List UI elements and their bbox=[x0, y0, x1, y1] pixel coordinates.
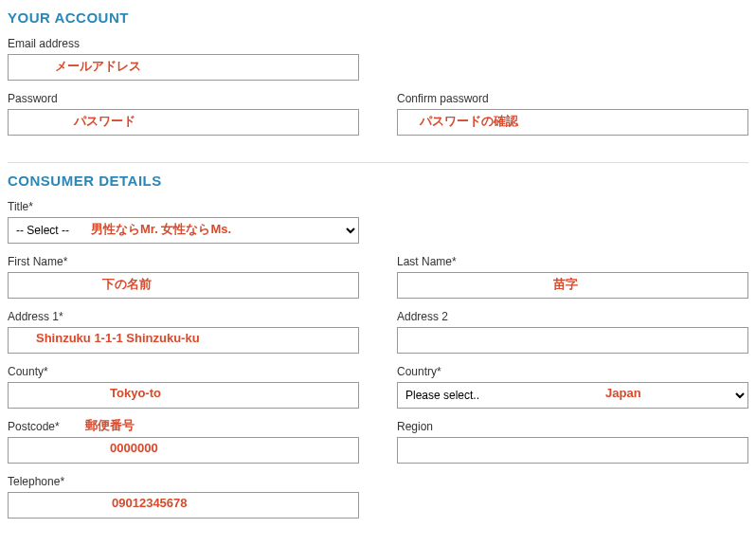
confirm-password-field-wrapper: Confirm password パスワードの確認 bbox=[397, 92, 748, 136]
county-input[interactable] bbox=[8, 382, 359, 409]
address1-field-wrapper: Address 1* Shinzuku 1-1-1 Shinzuku-ku bbox=[8, 310, 359, 354]
country-label: Country* bbox=[397, 365, 748, 378]
consumer-section-heading: CONSUMER DETAILS bbox=[8, 173, 748, 189]
address1-label: Address 1* bbox=[8, 310, 359, 323]
postcode-label: Postcode* bbox=[8, 420, 359, 433]
last-name-input[interactable] bbox=[397, 272, 748, 299]
title-label: Title* bbox=[8, 200, 359, 213]
last-name-label: Last Name* bbox=[397, 255, 748, 268]
last-name-field-wrapper: Last Name* 苗字 bbox=[397, 255, 748, 299]
address1-input[interactable] bbox=[8, 327, 359, 354]
confirm-password-label: Confirm password bbox=[397, 92, 748, 105]
telephone-label: Telephone* bbox=[8, 475, 359, 488]
title-field-wrapper: Title* -- Select -- 男性ならMr. 女性ならMs. bbox=[8, 200, 359, 244]
postcode-input[interactable] bbox=[8, 437, 359, 464]
password-field-wrapper: Password パスワード bbox=[8, 92, 359, 136]
postcode-field-wrapper: Postcode* 郵便番号 0000000 bbox=[8, 420, 359, 464]
email-label: Email address bbox=[8, 37, 359, 50]
section-divider bbox=[8, 162, 748, 163]
region-label: Region bbox=[397, 420, 748, 433]
address2-label: Address 2 bbox=[397, 310, 748, 323]
country-select[interactable]: Please select.. bbox=[397, 382, 748, 409]
region-field-wrapper: Region bbox=[397, 420, 748, 464]
telephone-input[interactable] bbox=[8, 492, 359, 519]
address2-input[interactable] bbox=[397, 327, 748, 354]
account-section-heading: YOUR ACCOUNT bbox=[8, 9, 748, 26]
first-name-label: First Name* bbox=[8, 255, 359, 268]
country-field-wrapper: Country* Please select.. Japan bbox=[397, 365, 748, 409]
first-name-input[interactable] bbox=[8, 272, 359, 299]
region-input[interactable] bbox=[397, 437, 748, 464]
confirm-password-input[interactable] bbox=[397, 109, 748, 136]
telephone-field-wrapper: Telephone* 09012345678 bbox=[8, 475, 359, 519]
address2-field-wrapper: Address 2 bbox=[397, 310, 748, 354]
email-input[interactable] bbox=[8, 54, 359, 81]
first-name-field-wrapper: First Name* 下の名前 bbox=[8, 255, 359, 299]
county-field-wrapper: County* Tokyo-to bbox=[8, 365, 359, 409]
title-select[interactable]: -- Select -- bbox=[8, 217, 359, 244]
email-field-wrapper: Email address メールアドレス bbox=[8, 37, 359, 81]
password-label: Password bbox=[8, 92, 359, 105]
county-label: County* bbox=[8, 365, 359, 378]
password-input[interactable] bbox=[8, 109, 359, 136]
